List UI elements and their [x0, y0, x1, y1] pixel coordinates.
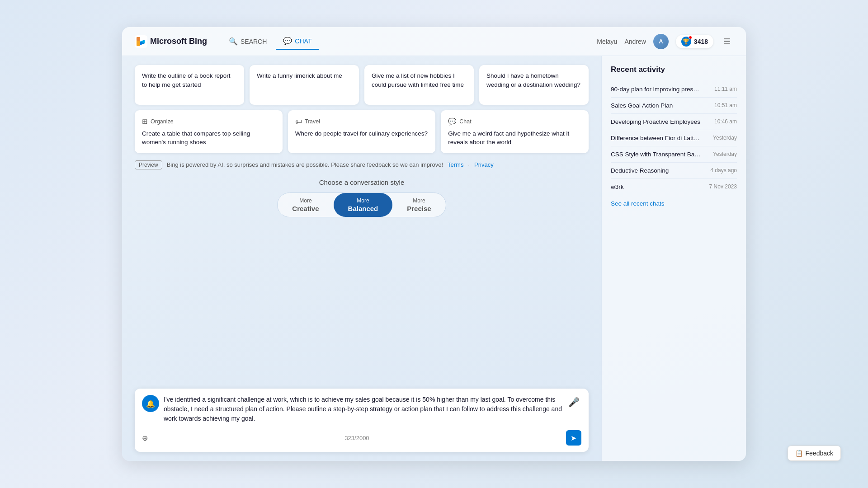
suggestion-card-organize[interactable]: ⊞ Organize Create a table that compares …	[135, 110, 283, 153]
recent-item-0[interactable]: 90-day plan for improving presentation 1…	[611, 81, 737, 98]
content-area: Write the outline of a book report to he…	[122, 56, 746, 461]
recent-item-3[interactable]: Difference between Fior di Latte and Mo.…	[611, 130, 737, 146]
trophy-icon: 🏆	[681, 37, 691, 47]
precise-label-top: More	[413, 197, 425, 204]
recent-item-6[interactable]: w3rk 7 Nov 2023	[611, 179, 737, 195]
bing-logo[interactable]: Microsoft Bing	[135, 35, 207, 48]
sidebar-title: Recent activity	[611, 65, 737, 74]
style-precise-btn[interactable]: More Precise	[392, 193, 445, 217]
char-count: 323/2000	[344, 435, 369, 441]
chat-input-wrapper: 🔔 I've identified a significant challeng…	[142, 395, 581, 427]
balanced-label-bottom: Balanced	[348, 205, 378, 212]
recent-item-time-6: 7 Nov 2023	[709, 183, 737, 190]
travel-icon: 🏷	[295, 117, 302, 127]
chat-textarea[interactable]: I've identified a significant challenge …	[164, 395, 562, 427]
suggestion-cards-row1: Write the outline of a book report to he…	[135, 65, 589, 105]
app-header: Microsoft Bing 🔍 SEARCH 💬 CHAT Melayu An…	[122, 27, 746, 56]
chat-card-icon: 💬	[448, 117, 457, 127]
privacy-link[interactable]: Privacy	[474, 161, 494, 168]
recent-item-title-6: w3rk	[611, 183, 701, 190]
send-button[interactable]: ➤	[566, 430, 581, 446]
creative-label-top: More	[299, 197, 311, 204]
conv-style-title: Choose a conversation style	[319, 178, 404, 186]
user-avatar[interactable]: A	[653, 34, 669, 49]
recent-item-5[interactable]: Deductive Reasoning 4 days ago	[611, 163, 737, 179]
suggestion-card-travel[interactable]: 🏷 Travel Where do people travel for culi…	[288, 110, 436, 153]
suggestion-card-3[interactable]: Should I have a hometown wedding or a de…	[479, 65, 589, 105]
attach-image-button[interactable]: ⊕	[142, 434, 148, 442]
style-creative-btn[interactable]: More Creative	[278, 193, 333, 217]
conv-style-buttons: More Creative More Balanced More Precise	[277, 192, 446, 217]
card-type-organize: ⊞ Organize	[142, 117, 275, 127]
chat-input-footer: ⊕ 323/2000 ➤	[142, 430, 581, 446]
header-right: Melayu Andrew A 🏆 3418 ☰	[597, 34, 733, 49]
style-balanced-btn[interactable]: More Balanced	[334, 193, 393, 217]
recent-item-time-2: 10:46 am	[714, 118, 737, 125]
see-all-chats-link[interactable]: See all recent chats	[611, 200, 737, 207]
preview-description: Bing is powered by AI, so surprises and …	[167, 161, 443, 168]
suggestion-card-1[interactable]: Write a funny limerick about me	[250, 65, 359, 105]
card-type-chat: 💬 Chat	[448, 117, 581, 127]
conversation-style-section: Choose a conversation style More Creativ…	[135, 178, 589, 217]
creative-label-bottom: Creative	[292, 205, 319, 212]
chat-bell-icon[interactable]: 🔔	[142, 395, 159, 412]
preview-badge: Preview	[135, 160, 162, 169]
recent-item-2[interactable]: Developing Proactive Employees 10:46 am	[611, 114, 737, 130]
recent-item-title-1: Sales Goal Action Plan	[611, 102, 701, 109]
bing-logo-text: Microsoft Bing	[150, 37, 207, 46]
mic-button[interactable]: 🎤	[566, 395, 581, 409]
suggestion-card-0[interactable]: Write the outline of a book report to he…	[135, 65, 244, 105]
search-tab-icon: 🔍	[229, 37, 238, 46]
suggestion-card-chat[interactable]: 💬 Chat Give me a weird fact and hypothes…	[441, 110, 589, 153]
recent-item-title-4: CSS Style with Transparent Background	[611, 151, 701, 158]
recent-item-4[interactable]: CSS Style with Transparent Background Ye…	[611, 146, 737, 163]
feedback-icon: 📋	[795, 450, 803, 457]
organize-icon: ⊞	[142, 117, 148, 127]
nav-tabs: 🔍 SEARCH 💬 CHAT	[222, 33, 319, 50]
user-name-label: Andrew	[624, 38, 646, 45]
suggestion-cards-row2: ⊞ Organize Create a table that compares …	[135, 110, 589, 153]
recent-item-time-1: 10:51 am	[714, 102, 737, 108]
points-badge[interactable]: 🏆 3418	[676, 35, 713, 48]
suggestion-card-2[interactable]: Give me a list of new hobbies I could pu…	[364, 65, 474, 105]
chat-tab-icon: 💬	[283, 37, 292, 45]
recent-item-title-2: Developing Proactive Employees	[611, 118, 701, 125]
terms-link[interactable]: Terms	[448, 161, 463, 168]
bing-logo-icon	[135, 35, 147, 48]
balanced-label-top: More	[357, 197, 369, 204]
search-tab[interactable]: 🔍 SEARCH	[222, 33, 274, 49]
recent-item-time-3: Yesterday	[713, 135, 737, 141]
chat-input-area: 🔔 I've identified a significant challeng…	[135, 389, 589, 452]
recent-item-time-4: Yesterday	[713, 151, 737, 157]
main-panel: Write the outline of a book report to he…	[122, 56, 601, 461]
preview-bar: Preview Bing is powered by AI, so surpri…	[135, 160, 589, 169]
recent-item-1[interactable]: Sales Goal Action Plan 10:51 am	[611, 98, 737, 114]
chat-tab[interactable]: 💬 CHAT	[276, 33, 319, 50]
logo-area: Microsoft Bing	[135, 35, 207, 48]
precise-label-bottom: Precise	[407, 205, 431, 212]
recent-item-title-0: 90-day plan for improving presentation	[611, 86, 701, 93]
language-selector[interactable]: Melayu	[597, 38, 617, 45]
recent-item-title-5: Deductive Reasoning	[611, 167, 701, 174]
menu-button[interactable]: ☰	[721, 34, 733, 49]
notification-dot	[689, 36, 692, 39]
svg-rect-2	[137, 37, 140, 41]
recent-item-title-3: Difference between Fior di Latte and Mo.…	[611, 135, 701, 141]
recent-item-time-0: 11:11 am	[714, 86, 737, 92]
feedback-button[interactable]: 📋 Feedback	[788, 446, 841, 461]
card-type-travel: 🏷 Travel	[295, 117, 429, 127]
right-sidebar: Recent activity 90-day plan for improvin…	[601, 56, 746, 461]
recent-item-time-5: 4 days ago	[710, 167, 737, 174]
